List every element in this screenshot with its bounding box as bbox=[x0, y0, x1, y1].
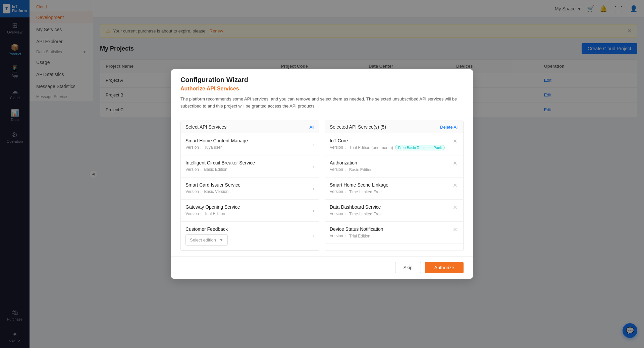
service-info: Smart Home Content Manage Version： Tuya … bbox=[185, 138, 313, 150]
service-version: Version： Tuya user bbox=[185, 145, 313, 150]
arrow-right-icon: › bbox=[313, 186, 314, 192]
modal-body: Select API Services All Smart Home Conte… bbox=[171, 115, 473, 256]
selected-item-info: Smart Home Scene Linkage Version： Time-L… bbox=[330, 182, 451, 195]
service-name: Gateway Opening Service bbox=[185, 204, 313, 210]
selected-item-name: Device Status Notification bbox=[330, 226, 451, 232]
service-info: Smart Card Issuer Service Version： Basic… bbox=[185, 182, 313, 195]
right-panel-header: Selected API Service(s) (5) Delete All bbox=[325, 121, 463, 133]
selected-item-name: Smart Home Scene Linkage bbox=[330, 182, 451, 188]
selected-api-services-panel: Selected API Service(s) (5) Delete All I… bbox=[325, 121, 464, 251]
left-panel-header: Select API Services All bbox=[181, 121, 319, 133]
modal-section-title: Authorize API Services bbox=[180, 86, 464, 92]
edition-placeholder: Select edition bbox=[190, 237, 216, 242]
selected-item-smart-home-scene: Smart Home Scene Linkage Version： Time-L… bbox=[325, 178, 463, 200]
selected-item-data-dashboard: Data Dashboard Service Version： Time-Lim… bbox=[325, 200, 463, 222]
remove-button[interactable]: ✕ bbox=[451, 226, 459, 233]
chevron-down-icon: ▼ bbox=[219, 237, 223, 242]
api-services-list: Smart Home Content Manage Version： Tuya … bbox=[181, 133, 319, 251]
selected-item-name: IoT Core bbox=[330, 138, 451, 143]
remove-button[interactable]: ✕ bbox=[451, 204, 459, 211]
right-panel-title: Selected API Service(s) (5) bbox=[330, 124, 386, 130]
service-version: Version： Basic Version bbox=[185, 189, 313, 195]
modal-header: Configuration Wizard Authorize API Servi… bbox=[171, 69, 473, 116]
service-info: Gateway Opening Service Version： Trial E… bbox=[185, 204, 313, 217]
selected-item-version: Version： Time-Limited Free bbox=[330, 211, 451, 217]
edition-select[interactable]: Select edition ▼ bbox=[185, 234, 228, 246]
service-item-smart-home-content[interactable]: Smart Home Content Manage Version： Tuya … bbox=[181, 133, 319, 155]
customer-feedback-label: Customer Feedback bbox=[185, 226, 228, 232]
arrow-right-icon: › bbox=[313, 163, 314, 169]
arrow-right-icon: › bbox=[313, 208, 314, 214]
selected-item-authorization: Authorization Version： Basic Edition ✕ bbox=[325, 155, 463, 178]
selected-item-info: IoT Core Version： Trial Edition (one mon… bbox=[330, 138, 451, 150]
configuration-wizard-modal: Configuration Wizard Authorize API Servi… bbox=[171, 69, 473, 279]
modal-description: The platform recommends some API service… bbox=[180, 96, 464, 110]
service-info: Intelligent Circuit Breaker Service Vers… bbox=[185, 160, 313, 172]
service-name: Smart Card Issuer Service bbox=[185, 182, 313, 188]
selected-item-iot-core: IoT Core Version： Trial Edition (one mon… bbox=[325, 133, 463, 155]
selected-item-device-status: Device Status Notification Version： Tria… bbox=[325, 222, 463, 244]
customer-feedback-item: Customer Feedback Select edition ▼ › bbox=[181, 222, 319, 251]
modal-footer: Skip Authorize bbox=[171, 256, 473, 279]
selected-item-info: Authorization Version： Basic Edition bbox=[330, 160, 451, 172]
selected-item-info: Device Status Notification Version： Tria… bbox=[330, 226, 451, 239]
arrow-right-icon: › bbox=[313, 233, 314, 239]
all-link[interactable]: All bbox=[310, 125, 314, 130]
left-panel-title: Select API Services bbox=[185, 124, 226, 130]
select-api-services-panel: Select API Services All Smart Home Conte… bbox=[180, 121, 319, 251]
delete-all-link[interactable]: Delete All bbox=[440, 125, 459, 130]
skip-button[interactable]: Skip bbox=[395, 262, 421, 273]
modal-overlay: Configuration Wizard Authorize API Servi… bbox=[0, 0, 644, 348]
selected-item-name: Data Dashboard Service bbox=[330, 204, 451, 210]
service-name: Smart Home Content Manage bbox=[185, 138, 313, 143]
modal-title: Configuration Wizard bbox=[180, 76, 464, 84]
selected-item-version: Version： Time-Limited Free bbox=[330, 189, 451, 195]
authorize-button[interactable]: Authorize bbox=[425, 262, 464, 273]
selected-item-name: Authorization bbox=[330, 160, 451, 165]
remove-button[interactable]: ✕ bbox=[451, 138, 459, 144]
selected-item-version: Version： Trial Edition (one month) Free … bbox=[330, 145, 451, 150]
arrow-right-icon: › bbox=[313, 141, 314, 147]
selected-item-version: Version： Trial Edition bbox=[330, 233, 451, 239]
selected-item-version: Version： Basic Edition bbox=[330, 167, 451, 172]
free-basic-badge: Free Basic Resource Pack bbox=[395, 145, 445, 150]
remove-button[interactable]: ✕ bbox=[451, 160, 459, 166]
remove-button[interactable]: ✕ bbox=[451, 182, 459, 189]
service-item-smart-card-issuer[interactable]: Smart Card Issuer Service Version： Basic… bbox=[181, 178, 319, 200]
service-version: Version： Trial Edition bbox=[185, 211, 313, 217]
service-version: Version： Basic Edition bbox=[185, 167, 313, 172]
service-name: Intelligent Circuit Breaker Service bbox=[185, 160, 313, 165]
service-item-gateway-opening[interactable]: Gateway Opening Service Version： Trial E… bbox=[181, 200, 319, 222]
selected-services-list: IoT Core Version： Trial Edition (one mon… bbox=[325, 133, 463, 251]
selected-item-info: Data Dashboard Service Version： Time-Lim… bbox=[330, 204, 451, 217]
service-item-intelligent-circuit[interactable]: Intelligent Circuit Breaker Service Vers… bbox=[181, 155, 319, 178]
